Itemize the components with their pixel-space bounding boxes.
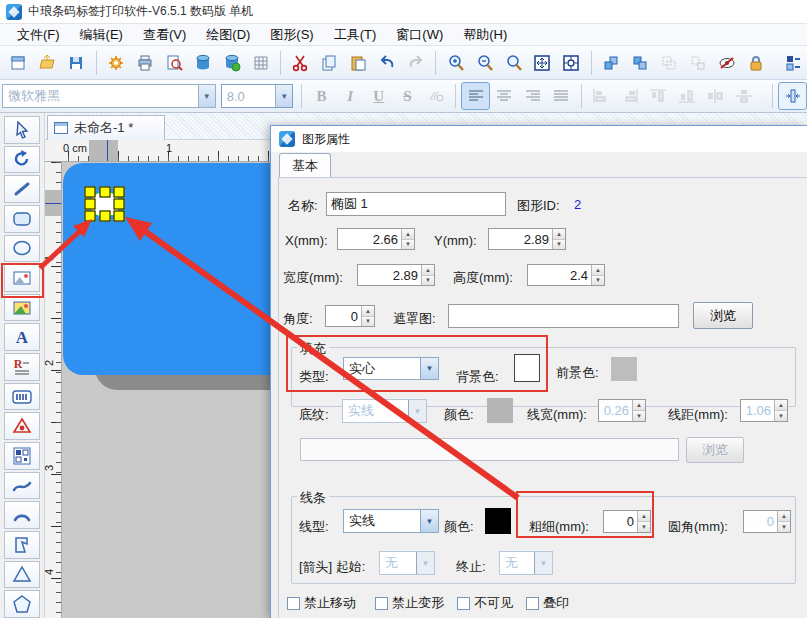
rounded-rectangle-tool[interactable] [4, 205, 40, 233]
bg-color-swatch[interactable] [514, 354, 540, 382]
menu-window[interactable]: 窗口(W) [387, 24, 452, 46]
qrcode-tool[interactable] [4, 442, 40, 470]
tab-basic[interactable]: 基本 [279, 153, 331, 178]
select-tool[interactable] [4, 116, 40, 144]
menu-help[interactable]: 帮助(H) [454, 24, 516, 46]
align-objects-left-icon[interactable] [587, 82, 616, 110]
fit-selection-icon[interactable] [557, 49, 586, 77]
rich-text-tool[interactable]: R [4, 353, 40, 381]
height-spinner[interactable]: 2.4▲▼ [527, 264, 605, 286]
text-advanced-icon[interactable] [422, 82, 451, 110]
thickness-spinner[interactable]: 0▲▼ [603, 510, 651, 533]
spin-up-icon[interactable]: ▲ [402, 229, 414, 239]
spin-up-icon[interactable]: ▲ [362, 306, 374, 316]
resize-handle-s[interactable] [100, 211, 111, 222]
checkbox-icon[interactable] [526, 597, 539, 610]
align-objects-right-icon[interactable] [615, 82, 644, 110]
image-tool[interactable] [4, 294, 40, 322]
fill-type-combo[interactable]: 实心▼ [343, 357, 439, 380]
menu-file[interactable]: 文件(F) [8, 24, 69, 46]
database-connect-icon[interactable] [217, 49, 246, 77]
zoom-icon[interactable] [499, 49, 528, 77]
resize-handle-se[interactable] [114, 211, 125, 222]
arc-tool[interactable] [4, 501, 40, 529]
align-objects-top-icon[interactable] [644, 82, 673, 110]
spin-up-icon[interactable]: ▲ [422, 265, 434, 275]
paste-icon[interactable] [344, 49, 373, 77]
rotate-tool[interactable] [4, 146, 40, 174]
send-backward-icon[interactable] [626, 49, 655, 77]
zoom-in-icon[interactable] [441, 49, 470, 77]
browse-mask-button[interactable]: 浏览 [693, 302, 753, 329]
menu-tools[interactable]: 工具(T) [325, 24, 386, 46]
italic-button[interactable]: I [336, 82, 365, 110]
lock-object-icon[interactable] [741, 49, 770, 77]
checkbox-lock-move[interactable]: 禁止移动 [287, 594, 356, 612]
resize-handle-sw[interactable] [85, 211, 96, 222]
angle-spinner[interactable]: 0▲▼ [325, 305, 375, 327]
grid-icon[interactable] [246, 49, 275, 77]
barcode-tool[interactable] [4, 383, 40, 411]
bold-button[interactable]: B [307, 82, 336, 110]
new-document-icon[interactable] [4, 49, 33, 77]
center-in-label-icon[interactable] [778, 82, 807, 110]
chevron-down-icon[interactable]: ▼ [420, 510, 438, 532]
width-spinner[interactable]: 2.89▲▼ [357, 264, 435, 286]
fit-window-icon[interactable] [528, 49, 557, 77]
line-color-swatch[interactable] [485, 508, 511, 534]
checkbox-lock-resize[interactable]: 禁止变形 [375, 594, 444, 612]
font-family-combo[interactable]: 微软雅黑 ▼ [2, 84, 216, 108]
name-input[interactable]: 椭圆 1 [326, 192, 506, 216]
pdf417-tool[interactable] [4, 412, 40, 440]
menu-edit[interactable]: 编辑(E) [71, 24, 132, 46]
ellipse-tool[interactable] [4, 235, 40, 263]
spin-down-icon[interactable]: ▼ [638, 521, 650, 532]
y-spinner[interactable]: 2.89▲▼ [488, 228, 566, 250]
checkbox-invisible[interactable]: 不可见 [457, 594, 513, 612]
font-size-combo[interactable]: 8.0 ▼ [221, 84, 294, 108]
spin-up-icon[interactable]: ▲ [592, 265, 604, 275]
align-objects-bottom-icon[interactable] [673, 82, 702, 110]
x-spinner[interactable]: 2.66▲▼ [337, 228, 415, 250]
line-type-combo[interactable]: 实线▼ [343, 509, 439, 533]
line-tool[interactable] [4, 175, 40, 203]
distribute-horizontal-icon[interactable] [701, 82, 730, 110]
checkbox-overprint[interactable]: 叠印 [526, 594, 569, 612]
spin-down-icon[interactable]: ▼ [422, 275, 434, 286]
picture-tool[interactable] [4, 264, 40, 292]
menu-shape[interactable]: 图形(S) [261, 24, 322, 46]
polygon-tool[interactable] [4, 531, 40, 559]
curve-tool[interactable] [4, 472, 40, 500]
zoom-out-icon[interactable] [470, 49, 499, 77]
resize-handle-nw[interactable] [85, 187, 96, 198]
bring-forward-icon[interactable] [597, 49, 626, 77]
checkbox-icon[interactable] [375, 597, 388, 610]
copy-icon[interactable] [315, 49, 344, 77]
pentagon-tool[interactable] [4, 590, 40, 618]
document-tab[interactable]: 未命名-1 * [47, 115, 165, 140]
settings-gear-icon[interactable] [102, 49, 131, 77]
resize-handle-ne[interactable] [114, 187, 125, 198]
dialog-titlebar[interactable]: 图形属性 [271, 126, 807, 152]
chevron-down-icon[interactable]: ▼ [198, 85, 215, 107]
underline-button[interactable]: U [364, 82, 393, 110]
spin-down-icon[interactable]: ▼ [402, 239, 414, 250]
fg-color-swatch[interactable] [611, 357, 637, 381]
align-justify-icon[interactable] [547, 82, 576, 110]
checkbox-icon[interactable] [457, 597, 470, 610]
database-icon[interactable] [188, 49, 217, 77]
triangle-tool[interactable] [4, 561, 40, 589]
print-preview-icon[interactable] [159, 49, 188, 77]
menu-draw[interactable]: 绘图(D) [197, 24, 259, 46]
align-left-icon[interactable] [461, 82, 490, 110]
resize-handle-n[interactable] [100, 187, 111, 198]
save-icon[interactable] [62, 49, 91, 77]
ungroup-icon[interactable] [683, 49, 712, 77]
strikethrough-button[interactable]: S [393, 82, 422, 110]
align-right-icon[interactable] [519, 82, 548, 110]
spin-down-icon[interactable]: ▼ [362, 316, 374, 327]
vertical-ruler[interactable] [45, 162, 62, 618]
distribute-vertical-icon[interactable] [730, 82, 759, 110]
resize-handle-e[interactable] [114, 199, 125, 210]
mask-input[interactable] [448, 304, 679, 328]
